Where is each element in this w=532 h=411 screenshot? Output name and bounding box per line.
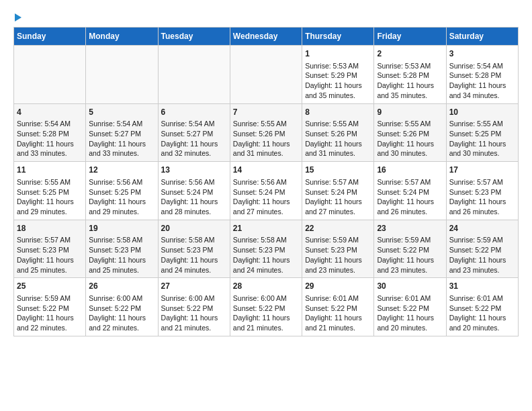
day-info: Daylight: 11 hours	[377, 81, 443, 91]
calendar-cell	[230, 46, 302, 104]
day-info: and 25 minutes.	[89, 265, 154, 275]
day-info: Sunrise: 5:59 AM	[17, 293, 83, 304]
day-info: and 26 minutes.	[449, 207, 515, 217]
day-info: and 23 minutes.	[449, 265, 515, 275]
day-number: 3	[449, 48, 515, 60]
day-info: and 20 minutes.	[449, 323, 515, 333]
day-number: 5	[89, 107, 154, 118]
day-info: Daylight: 11 hours	[89, 197, 154, 207]
day-number: 1	[305, 48, 371, 60]
day-info: Sunset: 5:27 PM	[161, 129, 227, 139]
calendar-cell: 5Sunrise: 5:54 AMSunset: 5:27 PMDaylight…	[86, 103, 158, 162]
calendar-cell: 4Sunrise: 5:54 AMSunset: 5:28 PMDaylight…	[14, 103, 86, 162]
day-number: 26	[89, 281, 154, 292]
day-info: Daylight: 11 hours	[161, 139, 227, 149]
day-number: 2	[377, 48, 443, 60]
day-info: Sunset: 5:22 PM	[377, 245, 443, 255]
calendar-cell: 18Sunrise: 5:57 AMSunset: 5:23 PMDayligh…	[14, 220, 86, 278]
day-info: Sunrise: 5:55 AM	[17, 177, 83, 187]
day-info: Sunrise: 5:57 AM	[17, 235, 83, 245]
day-info: Sunrise: 6:01 AM	[377, 293, 443, 304]
day-info: Sunset: 5:28 PM	[17, 129, 83, 139]
day-info: Sunset: 5:23 PM	[233, 245, 299, 255]
day-number: 25	[17, 281, 83, 292]
day-info: Daylight: 11 hours	[161, 197, 227, 207]
day-info: and 27 minutes.	[305, 207, 371, 217]
day-header-thursday: Thursday	[302, 28, 374, 46]
calendar-cell: 19Sunrise: 5:58 AMSunset: 5:23 PMDayligh…	[86, 220, 158, 278]
day-header-tuesday: Tuesday	[158, 28, 230, 46]
day-info: Daylight: 11 hours	[17, 255, 83, 265]
day-info: Daylight: 11 hours	[305, 197, 371, 207]
day-info: Sunset: 5:26 PM	[233, 129, 299, 139]
day-number: 22	[305, 223, 371, 234]
calendar-cell: 7Sunrise: 5:55 AMSunset: 5:26 PMDaylight…	[230, 103, 302, 162]
day-info: Sunset: 5:28 PM	[377, 71, 443, 81]
day-info: Daylight: 11 hours	[89, 139, 154, 149]
day-info: and 21 minutes.	[233, 323, 299, 333]
calendar-table: SundayMondayTuesdayWednesdayThursdayFrid…	[13, 27, 519, 336]
day-info: Daylight: 11 hours	[17, 139, 83, 149]
day-info: Daylight: 11 hours	[233, 197, 299, 207]
day-info: Sunrise: 5:56 AM	[233, 177, 299, 187]
calendar-cell: 14Sunrise: 5:56 AMSunset: 5:24 PMDayligh…	[230, 162, 302, 220]
calendar-cell: 27Sunrise: 6:00 AMSunset: 5:22 PMDayligh…	[158, 278, 230, 336]
day-info: Daylight: 11 hours	[305, 139, 371, 149]
day-info: Sunrise: 6:00 AM	[89, 293, 154, 304]
day-info: Sunset: 5:23 PM	[449, 187, 515, 197]
day-info: Sunset: 5:22 PM	[305, 304, 371, 314]
calendar-cell: 13Sunrise: 5:56 AMSunset: 5:24 PMDayligh…	[158, 162, 230, 220]
calendar-cell: 25Sunrise: 5:59 AMSunset: 5:22 PMDayligh…	[14, 278, 86, 336]
day-header-monday: Monday	[86, 28, 158, 46]
calendar-cell: 1Sunrise: 5:53 AMSunset: 5:29 PMDaylight…	[302, 46, 374, 104]
day-info: Sunrise: 5:55 AM	[305, 119, 371, 129]
day-info: Sunrise: 5:53 AM	[305, 61, 371, 71]
day-info: Sunset: 5:22 PM	[233, 304, 299, 314]
day-info: Sunrise: 6:00 AM	[233, 293, 299, 304]
calendar-cell	[158, 46, 230, 104]
calendar-cell	[14, 46, 86, 104]
day-info: and 35 minutes.	[305, 91, 371, 101]
day-info: and 26 minutes.	[377, 207, 443, 217]
day-info: and 27 minutes.	[233, 207, 299, 217]
day-info: Daylight: 11 hours	[449, 197, 515, 207]
calendar-cell: 3Sunrise: 5:54 AMSunset: 5:28 PMDaylight…	[446, 46, 518, 104]
day-info: Sunrise: 6:00 AM	[161, 293, 227, 304]
day-info: Daylight: 11 hours	[449, 139, 515, 149]
day-info: Sunset: 5:22 PM	[449, 304, 515, 314]
day-number: 13	[161, 165, 227, 176]
day-info: Sunrise: 5:57 AM	[377, 177, 443, 187]
day-info: Daylight: 11 hours	[89, 255, 154, 265]
day-info: Daylight: 11 hours	[161, 313, 227, 323]
day-info: Daylight: 11 hours	[377, 197, 443, 207]
day-info: and 24 minutes.	[233, 265, 299, 275]
day-info: Sunset: 5:23 PM	[161, 245, 227, 255]
day-number: 17	[449, 165, 515, 176]
day-info: Sunrise: 5:54 AM	[161, 119, 227, 129]
day-info: Sunset: 5:23 PM	[17, 245, 83, 255]
day-info: and 30 minutes.	[377, 148, 443, 158]
calendar-cell: 2Sunrise: 5:53 AMSunset: 5:28 PMDaylight…	[374, 46, 446, 104]
day-info: Sunrise: 5:54 AM	[17, 119, 83, 129]
calendar-cell: 26Sunrise: 6:00 AMSunset: 5:22 PMDayligh…	[86, 278, 158, 336]
calendar-cell: 10Sunrise: 5:55 AMSunset: 5:25 PMDayligh…	[446, 103, 518, 162]
day-info: Sunset: 5:22 PM	[161, 304, 227, 314]
day-info: and 20 minutes.	[377, 323, 443, 333]
day-number: 27	[161, 281, 227, 292]
day-info: and 34 minutes.	[449, 91, 515, 101]
day-number: 15	[305, 165, 371, 176]
day-header-saturday: Saturday	[446, 28, 518, 46]
day-number: 24	[449, 223, 515, 234]
calendar-cell: 11Sunrise: 5:55 AMSunset: 5:25 PMDayligh…	[14, 162, 86, 220]
day-number: 10	[449, 107, 515, 118]
day-info: and 22 minutes.	[89, 323, 154, 333]
day-number: 30	[377, 281, 443, 292]
day-info: Sunrise: 6:01 AM	[449, 293, 515, 304]
day-info: Sunrise: 5:54 AM	[449, 61, 515, 71]
day-info: Daylight: 11 hours	[449, 313, 515, 323]
week-row-3: 11Sunrise: 5:55 AMSunset: 5:25 PMDayligh…	[14, 162, 519, 220]
calendar-cell: 24Sunrise: 5:59 AMSunset: 5:22 PMDayligh…	[446, 220, 518, 278]
calendar-cell: 30Sunrise: 6:01 AMSunset: 5:22 PMDayligh…	[374, 278, 446, 336]
day-info: Daylight: 11 hours	[305, 313, 371, 323]
calendar-cell: 20Sunrise: 5:58 AMSunset: 5:23 PMDayligh…	[158, 220, 230, 278]
